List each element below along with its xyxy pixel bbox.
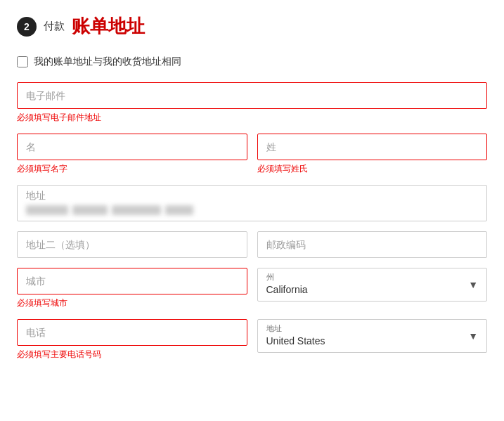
last-name-error: 必须填写姓氏	[257, 163, 488, 175]
email-group: 必须填写电子邮件地址	[17, 82, 487, 124]
country-col: 地址 United States Canada United Kingdom A…	[257, 319, 488, 361]
address-label: 地址	[26, 190, 478, 205]
last-name-input[interactable]	[258, 134, 487, 160]
address-group: 地址	[17, 185, 487, 221]
phone-country-row: 必须填写主要电话号码 地址 United States Canada Unite…	[17, 319, 487, 361]
address2-input[interactable]	[18, 232, 247, 257]
state-wrapper: 州 California Alabama Alaska Arizona Arka…	[257, 268, 488, 302]
same-address-row: 我的账单地址与我的收货地址相同	[17, 56, 487, 68]
country-select[interactable]: United States Canada United Kingdom Aust…	[258, 320, 487, 352]
postal-col	[257, 231, 488, 258]
email-field-wrapper	[17, 82, 487, 109]
phone-wrapper	[17, 319, 247, 346]
address2-wrapper	[17, 231, 247, 258]
header-title: 账单地址	[72, 14, 145, 39]
first-name-wrapper	[17, 134, 247, 160]
address2-col	[17, 231, 247, 258]
same-address-checkbox[interactable]	[17, 56, 28, 67]
first-name-col: 必须填写名字	[17, 134, 247, 175]
city-input[interactable]	[18, 268, 247, 294]
city-wrapper	[17, 268, 247, 294]
same-address-label: 我的账单地址与我的收货地址相同	[34, 56, 181, 68]
last-name-col: 必须填写姓氏	[257, 134, 488, 175]
phone-input[interactable]	[18, 320, 247, 345]
postal-input[interactable]	[258, 232, 487, 257]
state-col: 州 California Alabama Alaska Arizona Arka…	[257, 268, 488, 309]
section-header: 2 付款 账单地址	[17, 14, 487, 39]
phone-error: 必须填写主要电话号码	[17, 349, 247, 361]
address-wrapper: 地址	[17, 185, 487, 221]
city-error: 必须填写城市	[17, 297, 247, 309]
first-name-error: 必须填写名字	[17, 163, 247, 175]
step-number: 2	[17, 17, 37, 37]
state-select[interactable]: California Alabama Alaska Arizona Arkans…	[258, 268, 487, 301]
city-state-row: 必须填写城市 州 California Alabama Alaska Arizo…	[17, 268, 487, 309]
email-input[interactable]	[18, 83, 486, 108]
name-row: 必须填写名字 必须填写姓氏	[17, 134, 487, 175]
header-subtitle: 付款	[44, 20, 65, 33]
phone-col: 必须填写主要电话号码	[17, 319, 247, 361]
address2-postal-row	[17, 231, 487, 258]
postal-wrapper	[257, 231, 488, 258]
email-error: 必须填写电子邮件地址	[17, 112, 487, 124]
country-wrapper: 地址 United States Canada United Kingdom A…	[257, 319, 488, 353]
city-col: 必须填写城市	[17, 268, 247, 309]
last-name-wrapper	[257, 134, 488, 160]
first-name-input[interactable]	[18, 134, 247, 160]
